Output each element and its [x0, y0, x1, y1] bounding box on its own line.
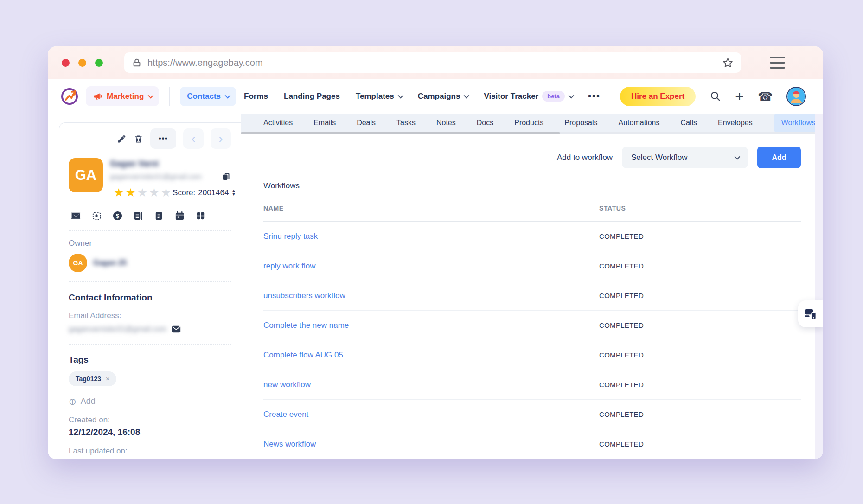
workflow-link[interactable]: reply work flow [263, 262, 599, 271]
module-switcher-marketing[interactable]: Marketing [86, 86, 159, 106]
workflow-select-value: Select Workflow [631, 153, 688, 162]
maximize-window-button[interactable] [95, 59, 103, 67]
workflow-select[interactable]: Select Workflow [622, 147, 748, 168]
status-badge: COMPLETED [599, 410, 801, 418]
workflow-link[interactable]: Srinu reply task [263, 232, 599, 241]
nav-item-contacts[interactable]: Contacts [180, 87, 236, 106]
calendar-icon[interactable] [174, 211, 185, 221]
nav-item-forms[interactable]: Forms [244, 92, 268, 101]
nav-campaigns-label: Campaigns [418, 92, 460, 101]
star-icon[interactable]: ★ [137, 186, 147, 199]
email-address-label: Email Address: [69, 311, 231, 320]
edit-pencil-icon[interactable] [117, 134, 127, 144]
notes-icon[interactable] [153, 211, 164, 221]
tag-label: Tag0123 [76, 375, 101, 383]
contact-panel: ••• ‹ › GA Gagan Varni gaganvarnisbc01@g… [59, 122, 241, 459]
copy-icon[interactable] [221, 172, 231, 181]
nav-item-campaigns[interactable]: Campaigns [418, 92, 468, 101]
star-rating[interactable]: ★★★★★ [114, 187, 173, 198]
ticket-icon[interactable] [195, 211, 206, 221]
app-navbar: Marketing Contacts Forms Landing Pages T… [48, 79, 823, 114]
table-row: Complete the new name COMPLETED [263, 311, 801, 340]
send-email-icon[interactable] [171, 324, 181, 334]
tab-deals[interactable]: Deals [357, 119, 376, 127]
email-row: gaganvarnisbc01@gmail.com [69, 324, 231, 334]
owner-row: GA Gagan 25 [69, 254, 231, 272]
tabs-scrollbar-thumb[interactable] [241, 132, 560, 134]
tab-emails[interactable]: Emails [313, 119, 336, 127]
tab-docs[interactable]: Docs [477, 119, 493, 127]
nav-more-icon[interactable]: ••• [588, 91, 601, 102]
remove-tag-icon[interactable]: × [106, 375, 109, 383]
delete-trash-icon[interactable] [134, 134, 143, 144]
call-icon[interactable]: ☎ [758, 90, 773, 102]
engagebay-logo[interactable] [60, 87, 79, 106]
table-header: NAME STATUS [263, 204, 801, 222]
tab-activities[interactable]: Activities [263, 119, 293, 127]
contact-profile: GA Gagan Varni gaganvarnisbc01@gmail.com [69, 158, 231, 198]
table-row: Create event COMPLETED [263, 400, 801, 429]
nav-item-landing-pages[interactable]: Landing Pages [284, 92, 340, 101]
megaphone-icon [93, 91, 102, 101]
tab-automations[interactable]: Automations [619, 119, 660, 127]
column-status: STATUS [599, 204, 801, 212]
updated-on-label: Last updated on: [69, 447, 231, 456]
app-body: ••• ‹ › GA Gagan Varni gaganvarnisbc01@g… [48, 114, 823, 459]
star-icon[interactable]: ★ [161, 186, 171, 199]
table-row: reply work flow COMPLETED [263, 251, 801, 281]
add-tag-button[interactable]: ⊕ Add [69, 396, 231, 406]
add-tag-label: Add [81, 396, 96, 406]
score-stepper[interactable]: ▲▼ [231, 189, 236, 196]
quick-add-icon[interactable]: + [735, 89, 744, 104]
user-avatar[interactable] [786, 87, 806, 106]
workflow-link[interactable]: Create event [263, 410, 599, 419]
tab-workflows[interactable]: Workflows [774, 114, 823, 132]
star-icon[interactable]: ★ [125, 186, 135, 199]
hire-an-expert-button[interactable]: Hire an Expert [620, 87, 696, 106]
device-preview-widget[interactable] [798, 300, 823, 327]
beta-badge: beta [542, 91, 565, 102]
workflow-link[interactable]: News workflow [263, 440, 599, 449]
tab-products[interactable]: Products [514, 119, 543, 127]
deal-dollar-icon[interactable]: $ [112, 211, 123, 221]
workflow-link[interactable]: Complete flow AUG 05 [263, 351, 599, 360]
workflow-link[interactable]: Complete the new name [263, 321, 599, 330]
contact-name: Gagan Varni [110, 159, 231, 169]
list-icon[interactable] [133, 211, 143, 221]
add-circle-icon: ⊕ [69, 397, 77, 406]
contact-more-icon[interactable]: ••• [150, 128, 176, 149]
chevron-down-icon [397, 93, 403, 99]
browser-menu-icon[interactable] [770, 57, 785, 69]
next-contact-button[interactable]: › [211, 128, 231, 149]
tag-chip[interactable]: Tag0123 × [69, 371, 116, 386]
address-bar[interactable]: https://www.engagebay.com [124, 52, 741, 73]
browser-window: https://www.engagebay.com [48, 46, 823, 459]
add-workflow-button[interactable]: Add [757, 147, 801, 168]
search-icon[interactable] [710, 90, 721, 102]
tabs-scrollbar[interactable] [241, 132, 815, 134]
minimize-window-button[interactable] [78, 59, 86, 67]
close-window-button[interactable] [62, 59, 70, 67]
contact-score: Score: 2001464 ▲▼ [173, 188, 236, 198]
add-task-icon[interactable] [91, 211, 102, 221]
tab-envelopes[interactable]: Envelopes [718, 119, 753, 127]
tab-proposals[interactable]: Proposals [564, 119, 597, 127]
bookmark-star-icon[interactable] [722, 57, 734, 69]
star-icon[interactable]: ★ [114, 186, 124, 199]
workflow-link[interactable]: new workflow [263, 380, 599, 389]
email-icon[interactable] [70, 211, 81, 221]
chevron-down-icon [569, 93, 575, 99]
nav-item-templates[interactable]: Templates [356, 92, 402, 101]
nav-item-visitor-tracker[interactable]: Visitor Tracker beta [484, 91, 573, 102]
star-icon[interactable]: ★ [149, 186, 159, 199]
divider [69, 344, 231, 345]
workflow-link[interactable]: unsubscribers workflow [263, 291, 599, 300]
nav-forms-label: Forms [244, 92, 268, 101]
previous-contact-button[interactable]: ‹ [183, 128, 204, 149]
score-value: 2001464 [198, 188, 229, 198]
tab-notes[interactable]: Notes [436, 119, 456, 127]
contact-sidebar: ••• ‹ › GA Gagan Varni gaganvarnisbc01@g… [48, 114, 241, 459]
tab-tasks[interactable]: Tasks [396, 119, 416, 127]
nav-landing-pages-label: Landing Pages [284, 92, 340, 101]
tab-calls[interactable]: Calls [680, 119, 697, 127]
